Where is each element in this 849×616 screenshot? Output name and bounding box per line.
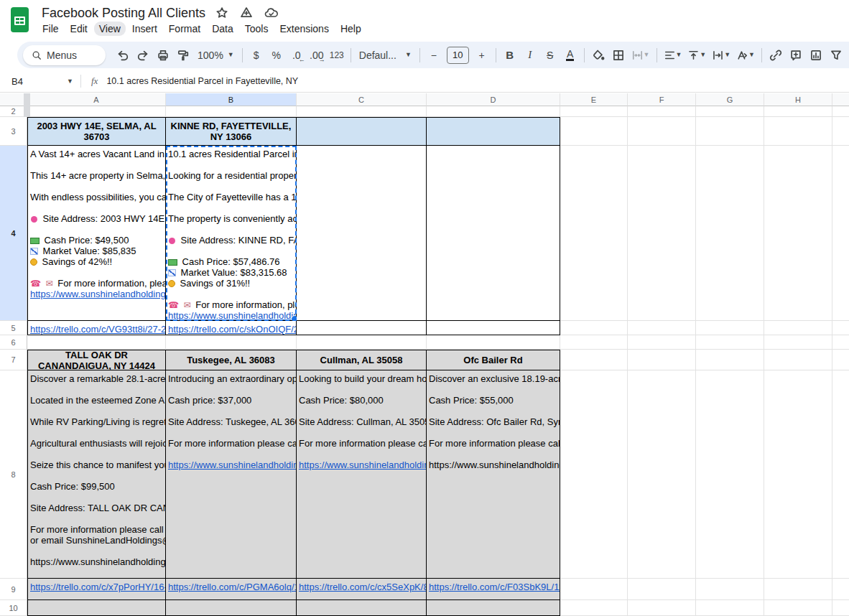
cell-E7[interactable] xyxy=(560,350,628,370)
cell-B6[interactable] xyxy=(166,335,297,350)
row-header-3[interactable]: 3 xyxy=(0,117,27,146)
font-family-select[interactable]: Defaul... ▼ xyxy=(355,50,416,61)
hyperlink[interactable]: https://www.sunshinelandholdings xyxy=(30,289,165,299)
menu-view[interactable]: View xyxy=(94,22,126,36)
insert-chart-button[interactable] xyxy=(807,46,825,65)
cell-B4[interactable]: 10.1 acres Residential Parcel in Looking… xyxy=(166,146,297,321)
italic-button[interactable]: I xyxy=(521,46,539,65)
cell-C6[interactable] xyxy=(297,335,427,350)
cell-F6[interactable] xyxy=(628,335,696,350)
cell-D9[interactable]: https://trello.com/c/F03SbK9L/11- xyxy=(427,579,560,600)
increase-font-size-button[interactable]: + xyxy=(473,46,491,65)
column-header-partial[interactable] xyxy=(832,93,849,106)
zoom-control[interactable]: 100% ▼ xyxy=(193,50,238,61)
cell-C5[interactable] xyxy=(297,321,427,335)
cell-B3[interactable]: KINNE RD, FAYETTEVILLE, NY 13066 xyxy=(166,117,297,146)
redo-button[interactable] xyxy=(134,46,152,65)
cell-D6[interactable] xyxy=(427,335,560,350)
increase-decimal-button[interactable]: .00→ xyxy=(307,46,326,65)
cell-G10[interactable] xyxy=(696,600,764,616)
formula-input[interactable]: 10.1 acres Residential Parcel in Fayette… xyxy=(106,76,849,86)
cell-I9[interactable] xyxy=(832,579,849,600)
cell-H8[interactable] xyxy=(764,370,832,579)
hyperlink[interactable]: https://trello.com/c/PGMA6olq/1 xyxy=(168,582,296,592)
cell-H3[interactable] xyxy=(764,117,832,146)
cell-A10[interactable] xyxy=(27,600,166,616)
text-rotation-button[interactable]: ▼ xyxy=(734,46,757,65)
cell-E5[interactable] xyxy=(560,321,628,335)
cloud-saved-icon[interactable] xyxy=(264,6,279,19)
cell-E8[interactable] xyxy=(560,370,628,579)
insert-link-button[interactable] xyxy=(766,46,785,65)
cell-B5[interactable]: https://trello.com/c/skOnOIQF/28 xyxy=(166,321,297,335)
star-icon[interactable] xyxy=(215,6,228,19)
menu-extensions[interactable]: Extensions xyxy=(274,22,333,36)
cell-H10[interactable] xyxy=(764,600,832,616)
format-percent-button[interactable]: % xyxy=(267,46,286,65)
column-header-D[interactable]: D xyxy=(427,93,560,106)
column-header-E[interactable]: E xyxy=(560,93,628,106)
cell-H6[interactable] xyxy=(764,335,832,350)
cell-H5[interactable] xyxy=(764,321,832,335)
merge-cells-button[interactable]: ▼ xyxy=(629,46,652,65)
decrease-font-size-button[interactable]: − xyxy=(424,46,443,65)
menu-tools[interactable]: Tools xyxy=(240,22,274,36)
column-header-H[interactable]: H xyxy=(764,93,832,106)
cell-G5[interactable] xyxy=(696,321,764,335)
cell-C8[interactable]: Looking to build your dream hon Cash Pri… xyxy=(297,370,427,579)
cell-H7[interactable] xyxy=(764,350,832,370)
horizontal-align-button[interactable]: ▼ xyxy=(662,46,685,65)
cell-B8[interactable]: Introducing an extraordinary opp Cash pr… xyxy=(166,370,297,579)
cell-I7[interactable] xyxy=(832,350,849,370)
cell-G2[interactable] xyxy=(696,106,764,117)
menus-search[interactable]: Menus xyxy=(23,45,106,65)
cell-D2[interactable] xyxy=(427,106,560,117)
row-header-4[interactable]: 4 xyxy=(0,146,27,321)
hyperlink[interactable]: https://trello.com/c/x7pPorHY/16-t xyxy=(30,582,165,592)
cell-B10[interactable] xyxy=(166,600,297,616)
cell-B7[interactable]: Tuskegee, AL 36083 xyxy=(166,350,297,370)
column-header-A[interactable]: A xyxy=(27,93,166,106)
insert-comment-button[interactable] xyxy=(787,46,805,65)
sheets-logo[interactable] xyxy=(10,6,29,36)
cell-I5[interactable] xyxy=(832,321,849,335)
cell-I8[interactable] xyxy=(832,370,849,579)
cell-F10[interactable] xyxy=(628,600,696,616)
cell-C3[interactable] xyxy=(297,117,427,146)
cell-E9[interactable] xyxy=(560,579,628,600)
cell-D7[interactable]: Ofc Bailer Rd xyxy=(427,350,560,370)
column-header-B[interactable]: B xyxy=(166,93,297,106)
cell-A8[interactable]: Discover a remarkable 28.1-acre Located … xyxy=(27,370,166,579)
cell-F4[interactable] xyxy=(628,146,696,321)
cell-E10[interactable] xyxy=(560,600,628,616)
cell-C7[interactable]: Cullman, AL 35058 xyxy=(297,350,427,370)
cell-D10[interactable] xyxy=(427,600,560,616)
row-header-6[interactable]: 6 xyxy=(0,335,27,350)
menu-data[interactable]: Data xyxy=(207,22,238,36)
name-box[interactable]: B4 ▼ xyxy=(0,76,80,87)
cell-I6[interactable] xyxy=(832,335,849,350)
cell-I2[interactable] xyxy=(832,106,849,117)
row-header-7[interactable]: 7 xyxy=(0,350,27,370)
cell-A9[interactable]: https://trello.com/c/x7pPorHY/16-t xyxy=(27,579,166,600)
cell-D5[interactable] xyxy=(427,321,560,335)
cell-I10[interactable] xyxy=(832,600,849,616)
paint-format-button[interactable] xyxy=(174,46,192,65)
hyperlink[interactable]: https://www.sunshinelandholding xyxy=(168,310,296,321)
format-currency-button[interactable]: $ xyxy=(247,46,266,65)
fill-color-button[interactable] xyxy=(589,46,608,65)
text-wrap-button[interactable]: ▼ xyxy=(710,46,733,65)
cell-E2[interactable] xyxy=(560,106,628,117)
undo-button[interactable] xyxy=(113,46,132,65)
column-header-F[interactable]: F xyxy=(628,93,696,106)
hyperlink[interactable]: https://www.sunshinelandholding xyxy=(299,459,426,470)
cell-C4[interactable] xyxy=(297,146,427,321)
row-header-5[interactable]: 5 xyxy=(0,321,27,335)
font-size-input[interactable]: 10 xyxy=(447,47,469,64)
column-header-G[interactable]: G xyxy=(696,93,764,106)
hyperlink[interactable]: https://trello.com/c/skOnOIQF/28 xyxy=(168,324,296,335)
cell-A4[interactable]: A Vast 14+ acres Vacant Land in This 14+… xyxy=(27,146,166,321)
cell-H2[interactable] xyxy=(764,106,832,117)
cell-D4[interactable] xyxy=(427,146,560,321)
cell-B9[interactable]: https://trello.com/c/PGMA6olq/1 xyxy=(166,579,297,600)
